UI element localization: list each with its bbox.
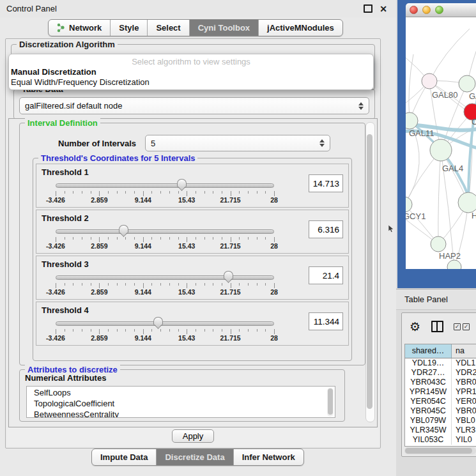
right-column: GAL80GACGAL11GAL4GCY1HHAP2 Table Panel ⚙… (396, 0, 476, 476)
settings-vertical-scrollbar[interactable] (365, 122, 375, 422)
table-row[interactable]: YBR045CYBR0 (405, 406, 476, 416)
slider-thumb[interactable] (224, 271, 233, 285)
threshold-value-input[interactable] (309, 220, 343, 238)
checkbox-icon[interactable]: ✓ (463, 323, 470, 330)
table-row[interactable]: YDR27…YDR2 (405, 368, 476, 378)
threshold-value-input[interactable] (309, 174, 343, 192)
network-node-label: GAL80 (432, 90, 457, 100)
network-node-top-right[interactable] (459, 75, 475, 92)
table-panel-container: ⚙ ✓ ✓ shared… na YDL19…YDL1YDR27…YDR2YBR… (401, 312, 476, 457)
network-node-gal4[interactable] (430, 139, 452, 161)
zoom-window-icon[interactable] (435, 6, 443, 14)
numerical-attributes-list[interactable]: SelfLoopsTopologicalCoefficientBetweenne… (26, 386, 335, 418)
tab-infer-network[interactable]: Infer Network (233, 449, 303, 465)
panel-title: Control Panel (0, 4, 57, 13)
network-node-label: C (472, 117, 476, 127)
threshold-panel-3: Threshold 3-3.4262.8599.14415.4321.71528 (36, 256, 349, 300)
threshold-slider[interactable]: -3.4262.8599.14415.4321.71528 (56, 179, 274, 206)
gear-icon[interactable]: ⚙ (410, 321, 420, 333)
threshold-slider[interactable]: -3.4262.8599.14415.4321.71528 (56, 225, 274, 252)
network-node-label: HAP2 (439, 251, 461, 261)
network-node-pink[interactable] (422, 73, 437, 89)
cyni-toolbox-panel: Discretization Algorithm Table Data galF… (5, 38, 381, 449)
node-attribute-table: shared… na YDL19…YDL1YDR27…YDR2YBR043CYB… (404, 344, 476, 447)
algorithm-dropdown-popup: Select algorithm to view settings Manual… (8, 54, 374, 90)
table-data-select[interactable]: galFiltered.sif default node (19, 97, 369, 114)
table-row[interactable]: YLR345WYLR3 (405, 426, 476, 435)
num-intervals-select[interactable]: 5 (145, 135, 330, 151)
group-title: Discretization Algorithm (17, 40, 118, 49)
tab-style[interactable]: Style (110, 20, 147, 36)
network-node-hap2[interactable] (431, 236, 446, 252)
threshold-panel-1: Threshold 1-3.4262.8599.14415.4321.71528 (36, 164, 349, 208)
tab-label: Network (69, 20, 102, 36)
network-node-label: H (472, 211, 476, 220)
network-node-gcy1[interactable] (406, 197, 412, 212)
threshold-value-input[interactable] (309, 312, 343, 330)
table-horizontal-scrollbar[interactable] (404, 447, 476, 454)
table-row[interactable]: YBR043CYBR0 (405, 378, 476, 387)
threshold-value-input[interactable] (309, 266, 343, 284)
dropdown-prompt-item[interactable]: Select algorithm to view settings (9, 57, 373, 66)
minimize-window-icon[interactable] (422, 6, 431, 14)
tab-cyni-toolbox[interactable]: Cyni Toolbox (189, 20, 258, 36)
close-window-icon[interactable] (410, 6, 418, 14)
network-node-label: GCY1 (406, 211, 426, 221)
interval-definition-group: Interval Definition Number of Intervals … (19, 123, 365, 365)
attributes-to-discretize-group: Attributes to discretize Numerical Attri… (19, 369, 345, 422)
table-row[interactable]: YER054CYER0 (405, 397, 476, 406)
attribute-item[interactable]: SelfLoops (34, 387, 335, 398)
mouse-cursor (388, 225, 395, 233)
control-panel-tabs: NetworkStyleSelectCyni ToolboxjActiveMNo… (48, 19, 343, 36)
checkbox-icon[interactable]: ✓ (454, 323, 461, 330)
threshold-title: Threshold 1 (42, 167, 343, 177)
scrollbar-thumb[interactable] (405, 448, 472, 454)
tab-label: Discretize Data (165, 449, 224, 465)
tab-discretize-data[interactable]: Discretize Data (156, 449, 233, 465)
split-view-icon[interactable] (431, 321, 443, 332)
slider-thumb[interactable] (177, 179, 187, 193)
tab-impute-data[interactable]: Impute Data (92, 449, 156, 465)
tab-label: Select (156, 20, 180, 36)
threshold-title: Threshold 4 (42, 305, 343, 315)
network-window-titlebar[interactable] (406, 3, 476, 17)
tab-network[interactable]: Network (49, 20, 110, 36)
dropdown-item-manual-discretization[interactable]: Manual Discretization (9, 67, 373, 77)
threshold-coordinates-group: Threshold's Coordinates for 5 Intervals … (33, 158, 352, 361)
table-row[interactable]: YIL053CYIL0 (405, 435, 476, 445)
threshold-slider[interactable]: -3.4262.8599.14415.4321.71528 (56, 271, 274, 298)
float-window-icon[interactable] (364, 4, 372, 13)
tab-label: Infer Network (242, 449, 295, 465)
slider-thumb[interactable] (119, 225, 128, 239)
network-node-right-mid[interactable] (458, 192, 476, 213)
attribute-item[interactable]: TopologicalCoefficient (34, 398, 335, 409)
column-header-shared-name[interactable]: shared… (405, 344, 452, 358)
apply-button[interactable]: Apply (172, 429, 215, 443)
group-title: Threshold's Coordinates for 5 Intervals (38, 153, 197, 163)
close-icon[interactable]: ✕ (380, 6, 387, 12)
tab-select[interactable]: Select (147, 20, 188, 36)
tab-label: Cyni Toolbox (198, 20, 250, 36)
scrollbar-thumb[interactable] (367, 134, 372, 409)
table-data-group: Table Data galFiltered.sif default node (13, 89, 375, 119)
table-row[interactable]: YBL079WYBL0 (405, 416, 476, 426)
network-view-canvas[interactable]: GAL80GACGAL11GAL4GCY1HHAP2 (406, 17, 476, 269)
cyni-mode-tabs: Impute DataDiscretize DataInfer Network (91, 449, 304, 466)
network-node-label: GAL4 (442, 164, 463, 173)
table-panel-title: Table Panel (396, 295, 448, 304)
slider-thumb[interactable] (153, 317, 163, 331)
table-row[interactable]: YPR145WYPR1 (405, 387, 476, 397)
threshold-panel-4: Threshold 4-3.4262.8599.14415.4321.71528 (36, 302, 349, 346)
threshold-slider[interactable]: -3.4262.8599.14415.4321.71528 (56, 317, 274, 344)
numerical-attributes-label: Numerical Attributes (25, 373, 106, 383)
tab-jactivemnodules[interactable]: jActiveMNodules (258, 20, 342, 36)
tab-label: Impute Data (100, 449, 148, 465)
attribute-item[interactable]: BetweennessCentrality (34, 409, 335, 418)
table-panel-titlebar: Table Panel (396, 289, 476, 310)
column-header-name[interactable]: na (452, 344, 476, 358)
table-row[interactable]: YDL19…YDL1 (405, 358, 476, 368)
list-scrollbar[interactable] (327, 388, 334, 417)
network-node-label: GA (469, 91, 476, 101)
network-node-bottom-partial[interactable] (447, 260, 461, 269)
dropdown-item-equal-width-frequency[interactable]: Equal Width/Frequency Discretization (9, 77, 373, 87)
